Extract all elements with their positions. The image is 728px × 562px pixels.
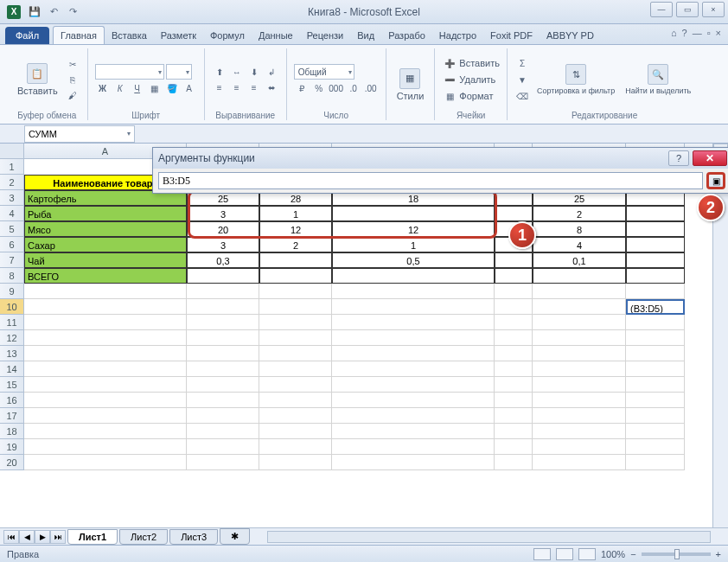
cell-E20[interactable] bbox=[495, 455, 533, 470]
cell-A15[interactable] bbox=[24, 377, 187, 393]
cell-A19[interactable] bbox=[24, 439, 187, 455]
cell-D5[interactable]: 12 bbox=[332, 221, 495, 237]
cell-B6[interactable]: 3 bbox=[187, 237, 259, 252]
cell-C8[interactable] bbox=[259, 268, 332, 284]
cell-E4[interactable] bbox=[495, 206, 533, 221]
cell-C11[interactable] bbox=[259, 315, 332, 330]
cell-C19[interactable] bbox=[259, 439, 332, 455]
cells-insert-button[interactable]: ➕Вставить bbox=[442, 56, 500, 70]
cell-G5[interactable] bbox=[626, 221, 685, 237]
cell-F11[interactable] bbox=[533, 315, 626, 330]
cell-E17[interactable] bbox=[495, 408, 533, 424]
cell-D19[interactable] bbox=[332, 439, 495, 455]
font-size-combo[interactable] bbox=[166, 64, 192, 80]
border-button[interactable]: ▦ bbox=[147, 81, 163, 95]
merge-icon[interactable]: ⬌ bbox=[264, 80, 279, 94]
cell-F20[interactable] bbox=[533, 455, 626, 470]
row-header-10[interactable]: 10 bbox=[0, 299, 24, 315]
cell-E8[interactable] bbox=[495, 268, 533, 284]
cell-C9[interactable] bbox=[259, 284, 332, 299]
sheet-nav-last[interactable]: ⏭ bbox=[50, 530, 66, 544]
cell-G8[interactable] bbox=[626, 268, 685, 284]
cell-B18[interactable] bbox=[187, 424, 259, 439]
inner-restore-button[interactable]: ▫ bbox=[707, 28, 711, 38]
align-right-icon[interactable]: ≡ bbox=[246, 80, 262, 94]
cell-A13[interactable] bbox=[24, 346, 187, 361]
cell-D14[interactable] bbox=[332, 361, 495, 377]
inner-close-button[interactable]: × bbox=[716, 28, 721, 38]
cell-A7[interactable]: Чай bbox=[24, 252, 187, 268]
fill-button[interactable]: ▼ bbox=[514, 73, 530, 86]
font-color-button[interactable]: A bbox=[182, 81, 197, 95]
cell-G9[interactable] bbox=[626, 284, 685, 299]
align-bottom-icon[interactable]: ⬇ bbox=[246, 65, 262, 79]
cell-A10[interactable] bbox=[24, 299, 187, 315]
undo-icon[interactable]: ↶ bbox=[47, 5, 61, 19]
cell-D11[interactable] bbox=[332, 315, 495, 330]
align-center-icon[interactable]: ≡ bbox=[229, 80, 245, 94]
cell-F13[interactable] bbox=[533, 346, 626, 361]
cell-E13[interactable] bbox=[495, 346, 533, 361]
cell-A17[interactable] bbox=[24, 408, 187, 424]
row-header-6[interactable]: 6 bbox=[0, 237, 24, 252]
cell-A16[interactable] bbox=[24, 393, 187, 408]
italic-button[interactable]: К bbox=[112, 81, 128, 95]
cell-D4[interactable] bbox=[332, 206, 495, 221]
cell-B10[interactable] bbox=[187, 299, 259, 315]
zoom-percent[interactable]: 100% bbox=[601, 549, 625, 559]
clear-button[interactable]: ⌫ bbox=[514, 89, 530, 103]
cell-D8[interactable] bbox=[332, 268, 495, 284]
cell-E14[interactable] bbox=[495, 361, 533, 377]
cell-B15[interactable] bbox=[187, 377, 259, 393]
row-header-3[interactable]: 3 bbox=[0, 190, 24, 206]
cell-C17[interactable] bbox=[259, 408, 332, 424]
tab-layout[interactable]: Разметк bbox=[154, 27, 203, 44]
save-icon[interactable]: 💾 bbox=[28, 5, 42, 19]
cell-D17[interactable] bbox=[332, 408, 495, 424]
cell-C14[interactable] bbox=[259, 361, 332, 377]
cell-F14[interactable] bbox=[533, 361, 626, 377]
cell-A6[interactable]: Сахар bbox=[24, 237, 187, 252]
row-header-13[interactable]: 13 bbox=[0, 346, 24, 361]
cell-B20[interactable] bbox=[187, 455, 259, 470]
increase-decimal-icon[interactable]: .0 bbox=[346, 81, 361, 95]
cell-G14[interactable] bbox=[626, 361, 685, 377]
view-pagebreak-button[interactable] bbox=[578, 548, 596, 560]
cell-C5[interactable]: 12 bbox=[259, 221, 332, 237]
row-header-5[interactable]: 5 bbox=[0, 221, 24, 237]
help-icon[interactable]: ? bbox=[682, 28, 687, 38]
tab-abbyy[interactable]: ABBYY PD bbox=[540, 27, 601, 44]
cell-A20[interactable] bbox=[24, 455, 187, 470]
cell-C16[interactable] bbox=[259, 393, 332, 408]
cell-C13[interactable] bbox=[259, 346, 332, 361]
cell-B9[interactable] bbox=[187, 284, 259, 299]
cell-D18[interactable] bbox=[332, 424, 495, 439]
cell-B13[interactable] bbox=[187, 346, 259, 361]
cell-B16[interactable] bbox=[187, 393, 259, 408]
cell-D12[interactable] bbox=[332, 330, 495, 346]
cell-C15[interactable] bbox=[259, 377, 332, 393]
row-header-18[interactable]: 18 bbox=[0, 424, 24, 439]
row-header-1[interactable]: 1 bbox=[0, 159, 24, 175]
cell-D16[interactable] bbox=[332, 393, 495, 408]
cell-G16[interactable] bbox=[626, 393, 685, 408]
sheet-tab-1[interactable]: Лист1 bbox=[67, 529, 118, 545]
ribbon-minimize-icon[interactable]: ⌂ bbox=[671, 28, 677, 38]
cell-F19[interactable] bbox=[533, 439, 626, 455]
find-select-button[interactable]: 🔍 Найти и выделить bbox=[622, 61, 694, 99]
cell-A9[interactable] bbox=[24, 284, 187, 299]
cell-F8[interactable] bbox=[533, 268, 626, 284]
cell-C12[interactable] bbox=[259, 330, 332, 346]
currency-icon[interactable]: ₽ bbox=[294, 81, 310, 95]
row-header-12[interactable]: 12 bbox=[0, 330, 24, 346]
cell-A12[interactable] bbox=[24, 330, 187, 346]
cell-F6[interactable]: 4 bbox=[533, 237, 626, 252]
cell-D7[interactable]: 0,5 bbox=[332, 252, 495, 268]
tab-review[interactable]: Рецензи bbox=[300, 27, 351, 44]
cell-C4[interactable]: 1 bbox=[259, 206, 332, 221]
cut-icon[interactable]: ✂ bbox=[65, 57, 80, 71]
tab-addins[interactable]: Надстро bbox=[432, 27, 483, 44]
zoom-in-button[interactable]: + bbox=[716, 549, 721, 559]
number-format-combo[interactable]: Общий bbox=[294, 64, 354, 80]
tab-insert[interactable]: Вставка bbox=[105, 27, 154, 44]
